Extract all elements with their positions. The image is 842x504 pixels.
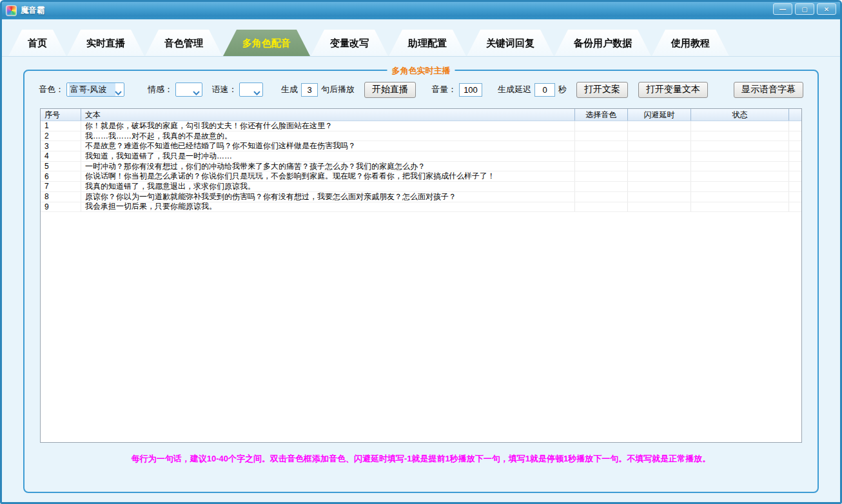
delay-suffix-label: 秒 [558,84,567,95]
cell-text: 一时冲动？那你有没有想过，你们的冲动给我带来了多大的痛苦？孩子怎么办？我们的家庭… [81,162,574,171]
cell-index: 1 [41,121,81,131]
cell-dodge-delay[interactable] [627,182,690,191]
cell-filler [788,141,801,151]
cell-text: 我知道，我知道错了，我只是一时冲动…… [81,151,574,161]
close-icon[interactable]: ✕ [817,3,836,15]
table-row[interactable]: 5一时冲动？那你有没有想过，你们的冲动给我带来了多大的痛苦？孩子怎么办？我们的家… [41,162,801,172]
multi-role-groupbox: 多角色实时主播 音色： 富哥-风波 情感： 语速： 生成 [23,70,819,493]
cell-status [690,121,788,131]
cell-voice[interactable] [574,202,627,212]
cell-dodge-delay[interactable] [627,151,690,161]
cell-voice[interactable] [574,192,627,202]
tab-多角色配音[interactable]: 多角色配音 [223,30,310,56]
volume-input[interactable] [459,83,482,97]
cell-dodge-delay[interactable] [627,192,690,202]
app-icon [6,5,17,16]
generate-prefix-label: 生成 [281,84,298,95]
cell-filler [788,121,801,131]
table-row[interactable]: 6你说话啊！你当初是怎么承诺的？你说你们只是玩玩，不会影响到家庭。现在呢？你看看… [41,171,801,182]
tab-实时直播[interactable]: 实时直播 [67,30,144,56]
table-row[interactable]: 8原谅你？你以为一句道歉就能弥补我受到的伤害吗？你有没有想过，我要怎么面对亲戚朋… [41,192,801,202]
delay-input[interactable] [534,83,555,97]
tab-关键词回复[interactable]: 关键词回复 [467,30,554,56]
cell-index: 2 [41,131,81,141]
table-row[interactable]: 2我……我……对不起，我真的不是故意的。 [41,131,801,142]
generate-count-input[interactable] [301,83,318,97]
cell-voice[interactable] [574,131,627,141]
table-row[interactable]: 1你！就是你，破坏我的家庭，勾引我的丈夫！你还有什么脸面站在这里？ [41,121,801,131]
cell-text: 我真的知道错了，我愿意退出，求求你们原谅我。 [81,182,574,191]
tab-音色管理[interactable]: 音色管理 [145,30,222,56]
cell-filler [788,151,801,161]
cell-index: 9 [41,202,81,212]
app-window: 魔音霸 — ▢ ✕ 首页实时直播音色管理多角色配音变量改写助理配置关键词回复备份… [0,0,842,504]
table-header: 序号文本选择音色闪避延时状态 [41,109,801,121]
tab-page: 多角色实时主播 音色： 富哥-风波 情感： 语速： 生成 [2,57,840,502]
minimize-icon[interactable]: — [773,3,792,15]
show-subtitle-button[interactable]: 显示语音字幕 [734,82,803,98]
cell-voice[interactable] [574,171,627,181]
speed-label: 语速： [211,84,237,95]
title-bar: 魔音霸 — ▢ ✕ [2,2,840,19]
cell-voice[interactable] [574,141,627,151]
cell-voice[interactable] [574,162,627,171]
cell-filler [788,162,801,171]
chevron-down-icon [115,88,122,97]
cell-status [690,202,788,212]
cell-status [690,151,788,161]
chevron-down-icon [253,88,260,97]
open-variable-button[interactable]: 打开变量文本 [638,82,708,98]
tab-助理配置[interactable]: 助理配置 [389,30,466,56]
cell-text: 不是故意？难道你不知道他已经结婚了吗？你不知道你们这样做是在伤害我吗？ [81,141,574,151]
generate-suffix-label: 句后播放 [321,84,355,95]
cell-filler [788,131,801,141]
groupbox-title: 多角色实时主播 [387,65,455,77]
start-live-button[interactable]: 开始直播 [364,82,416,98]
column-header-序号[interactable]: 序号 [41,109,81,121]
tab-bar: 首页实时直播音色管理多角色配音变量改写助理配置关键词回复备份用户数据使用教程 [2,19,840,57]
cell-voice[interactable] [574,151,627,161]
table-row[interactable]: 3不是故意？难道你不知道他已经结婚了吗？你不知道你们这样做是在伤害我吗？ [41,141,801,151]
open-script-button[interactable]: 打开文案 [576,82,628,98]
toolbar: 音色： 富哥-风波 情感： 语速： 生成 句后播放 开始 [39,81,803,98]
script-table[interactable]: 序号文本选择音色闪避延时状态 1你！就是你，破坏我的家庭，勾引我的丈夫！你还有什… [40,108,802,443]
tab-使用教程[interactable]: 使用教程 [652,30,729,56]
table-row[interactable]: 7我真的知道错了，我愿意退出，求求你们原谅我。 [41,182,801,192]
maximize-icon[interactable]: ▢ [795,3,814,15]
column-header-选择音色[interactable]: 选择音色 [574,109,627,121]
cell-dodge-delay[interactable] [627,131,690,141]
chevron-down-icon [193,88,200,97]
cell-index: 8 [41,192,81,202]
cell-voice[interactable] [574,182,627,191]
cell-dodge-delay[interactable] [627,162,690,171]
table-row[interactable]: 9我会承担一切后果，只要你能原谅我。 [41,202,801,213]
cell-dodge-delay[interactable] [627,171,690,181]
cell-index: 3 [41,141,81,151]
column-header-闪避延时[interactable]: 闪避延时 [627,109,690,121]
voice-select-value: 富哥-风波 [69,83,115,96]
emotion-select[interactable] [175,82,202,97]
delay-prefix-label: 生成延迟 [498,84,531,95]
window-title: 魔音霸 [21,5,45,16]
cell-status [690,162,788,171]
cell-text: 我会承担一切后果，只要你能原谅我。 [81,202,574,212]
cell-status [690,141,788,151]
cell-voice[interactable] [574,121,627,131]
volume-label: 音量： [431,84,456,95]
tab-备份用户数据[interactable]: 备份用户数据 [554,30,651,56]
cell-status [690,182,788,191]
tab-变量改写[interactable]: 变量改写 [311,30,388,56]
speed-select[interactable] [239,82,263,97]
cell-filler [788,182,801,191]
voice-select[interactable]: 富哥-风波 [66,82,124,97]
table-body: 1你！就是你，破坏我的家庭，勾引我的丈夫！你还有什么脸面站在这里？2我……我……… [41,121,801,442]
column-header-状态[interactable]: 状态 [690,109,788,121]
table-row[interactable]: 4我知道，我知道错了，我只是一时冲动…… [41,151,801,162]
tab-首页[interactable]: 首页 [8,30,66,56]
cell-dodge-delay[interactable] [627,141,690,151]
cell-dodge-delay[interactable] [627,121,690,131]
column-header-文本[interactable]: 文本 [81,109,574,121]
cell-dodge-delay[interactable] [627,202,690,212]
cell-filler [788,171,801,181]
cell-index: 5 [41,162,81,171]
